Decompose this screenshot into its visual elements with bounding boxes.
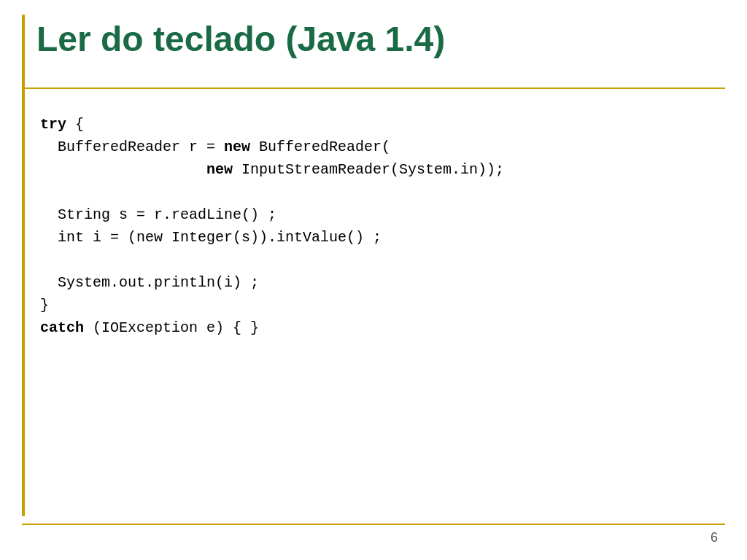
code-line-7 <box>40 249 718 271</box>
code-line-9: } <box>40 294 718 316</box>
code-line-2: BufferedReader r = new BufferedReader( <box>40 136 718 158</box>
bottom-divider <box>22 524 725 525</box>
code-area: try { BufferedReader r = new BufferedRea… <box>40 113 718 339</box>
left-border-accent <box>22 15 25 516</box>
code-line-4 <box>40 181 718 203</box>
code-line-10: catch (IOException e) { } <box>40 316 718 339</box>
keyword-new-1: new <box>224 139 250 155</box>
slide: Ler do teclado (Java 1.4) try { Buffered… <box>0 0 747 560</box>
code-line-8: System.out.println(i) ; <box>40 271 718 294</box>
code-line-5: String s = r.readLine() ; <box>40 203 718 226</box>
slide-number: 6 <box>711 530 718 545</box>
code-line-1: try { <box>40 113 718 136</box>
title-area: Ler do teclado (Java 1.4) <box>36 20 718 59</box>
code-line-3: new InputStreamReader(System.in)); <box>40 158 718 181</box>
keyword-new-2: new <box>206 161 233 178</box>
title-divider <box>22 88 725 89</box>
keyword-catch: catch <box>40 319 84 336</box>
slide-title: Ler do teclado (Java 1.4) <box>36 20 718 59</box>
keyword-try: try <box>40 116 66 133</box>
code-line-6: int i = (new Integer(s)).intValue() ; <box>40 226 718 249</box>
